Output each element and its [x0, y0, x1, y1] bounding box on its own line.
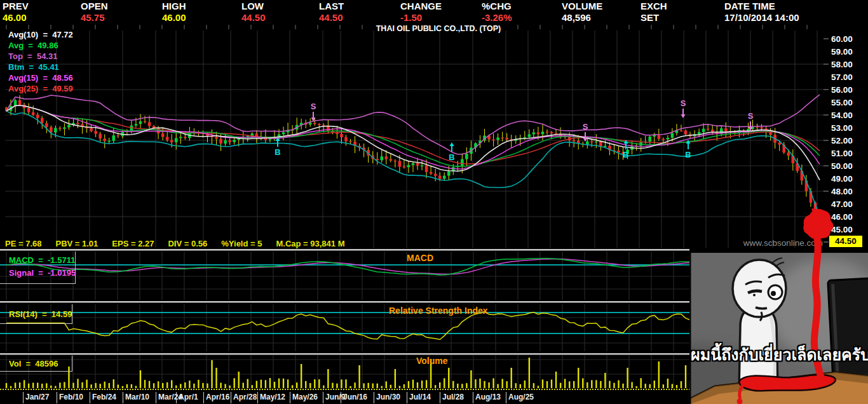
stat-pbv: PBV = 1.01 — [55, 239, 98, 248]
date-tick — [257, 392, 258, 403]
svg-text:50.00: 50.00 — [831, 161, 853, 171]
quote-header: PREV 46.00 OPEN 45.75 HIGH 46.00 LOW 44.… — [0, 0, 868, 25]
stat-pe: PE = 7.68 — [5, 239, 41, 248]
date-label: Feb/10 — [59, 393, 83, 401]
quote-value-datetime: 17/10/2014 14:00 — [724, 12, 799, 24]
legend-avg15: Avg(15) = 48.56 — [8, 72, 73, 83]
date-tick — [57, 392, 57, 403]
rsi-legend-box: RSI(14) = 14.59 — [0, 304, 72, 324]
svg-text:60.00: 60.00 — [831, 34, 853, 44]
chart-title: THAI OIL PUBLIC CO.,LTD. (TOP) — [280, 24, 597, 33]
date-tick — [440, 392, 440, 403]
date-tick — [231, 392, 231, 403]
date-tick — [156, 392, 156, 403]
meme-overlay-image — [689, 249, 868, 404]
date-label: May/26 — [292, 393, 318, 401]
quote-value-volume: 48,596 — [562, 12, 602, 24]
svg-text:58.00: 58.00 — [831, 60, 853, 69]
quote-col-exchange: EXCH SET — [641, 0, 667, 24]
svg-text:S: S — [311, 102, 316, 111]
date-tick — [374, 392, 374, 403]
ma-lines — [6, 95, 820, 217]
date-label: Jun/9 — [325, 393, 345, 401]
quote-col-high: HIGH 46.00 — [162, 0, 186, 24]
signal-value: Signal = -1.0195 — [9, 268, 76, 278]
date-label: May/12 — [260, 393, 285, 401]
quote-value-change: -1.50 — [400, 12, 442, 24]
quote-col-last: LAST 44.50 — [319, 0, 344, 24]
svg-text:B: B — [685, 150, 691, 159]
macd-legend-box: MACD = -1.5711 Signal = -1.0195 — [0, 252, 76, 284]
stat-mcap: M.Cap = 93,841 M — [276, 239, 344, 248]
volume-panel-title: Volume — [416, 356, 448, 366]
volume-value: Vol = 48596 — [9, 359, 58, 368]
watermark-url: www.scbsonline.com — [693, 238, 823, 248]
quote-col-open: OPEN 45.75 — [81, 0, 108, 24]
svg-text:B: B — [623, 150, 628, 159]
date-tick — [176, 392, 177, 403]
quote-col-datetime: DATE TIME 17/10/2014 14:00 — [724, 0, 799, 24]
date-tick — [203, 392, 204, 403]
quote-label-datetime: DATE TIME — [724, 0, 799, 12]
indicator-legend: Avg(10) = 47.72 Avg = 49.86 Top = 54.31 … — [8, 29, 73, 94]
quote-col-pctchg: %CHG -3.26% — [482, 0, 512, 24]
quote-label-change: CHANGE — [400, 0, 442, 12]
stat-yield: %Yield = 5 — [221, 239, 262, 248]
quote-value-last: 44.50 — [319, 12, 344, 24]
quote-label-open: OPEN — [81, 0, 108, 12]
quote-label-exchange: EXCH — [641, 0, 667, 12]
quote-value-pctchg: -3.26% — [482, 12, 512, 24]
y-axis-labels: 60.0059.0058.0057.0056.0055.0054.0053.00… — [831, 34, 853, 247]
macd-value: MACD = -1.5711 — [9, 255, 75, 265]
quote-value-high: 46.00 — [162, 12, 186, 24]
svg-text:51.00: 51.00 — [831, 149, 853, 158]
date-tick — [407, 392, 407, 403]
date-label: Jan/27 — [25, 393, 49, 401]
quote-label-volume: VOLUME — [562, 0, 602, 12]
svg-text:53.00: 53.00 — [831, 123, 853, 133]
quote-label-low: LOW — [241, 0, 266, 12]
date-label: Jul/14 — [409, 393, 431, 401]
fundamental-stats: PE = 7.68PBV = 1.01EPS = 2.27DIV = 0.56%… — [5, 238, 358, 249]
quote-col-volume: VOLUME 48,596 — [562, 0, 602, 24]
quote-col-prev: PREV 46.00 — [3, 0, 29, 24]
rsi-panel-title: Relative Strength Index — [389, 306, 488, 316]
date-tick — [123, 392, 123, 403]
svg-text:54.00: 54.00 — [831, 111, 853, 120]
svg-text:S: S — [748, 111, 754, 121]
date-tick — [341, 392, 341, 403]
quote-value-exchange: SET — [641, 12, 667, 24]
date-label: Apr/28 — [233, 393, 257, 401]
rsi-value: RSI(14) = 14.59 — [9, 309, 72, 319]
date-label: Jun/16 — [343, 393, 367, 401]
legend-avg: Avg = 49.86 — [8, 40, 73, 51]
quote-col-change: CHANGE -1.50 — [400, 0, 442, 24]
svg-text:59.00: 59.00 — [831, 47, 853, 57]
date-label: Mar/10 — [125, 393, 149, 401]
legend-avg10: Avg(10) = 47.72 — [8, 29, 73, 40]
date-label: Jul/28 — [442, 393, 464, 401]
stat-div: DIV = 0.56 — [168, 239, 207, 248]
volume-legend-box: Vol = 48596 — [0, 356, 72, 372]
last-price-badge: 44.50 — [829, 236, 862, 247]
svg-text:45.00: 45.00 — [831, 225, 853, 234]
quote-label-last: LAST — [319, 0, 344, 12]
date-label: Feb/24 — [92, 393, 116, 401]
svg-text:B: B — [449, 152, 454, 162]
svg-text:B: B — [275, 147, 280, 157]
quote-label-high: HIGH — [162, 0, 186, 12]
date-tick — [23, 392, 24, 403]
quote-value-open: 45.75 — [81, 12, 108, 24]
svg-text:56.00: 56.00 — [831, 85, 853, 95]
date-label: Aug/25 — [508, 393, 534, 401]
quote-value-prev: 46.00 — [3, 12, 29, 24]
svg-text:49.00: 49.00 — [831, 174, 853, 184]
legend-top: Top = 54.31 — [8, 51, 73, 62]
macd-panel-title: MACD — [407, 253, 433, 263]
date-tick — [90, 392, 90, 403]
svg-text:52.00: 52.00 — [831, 136, 853, 145]
meme-caption-thai: ผมนี้ถึงกับเยี่ยวเล็ดเลยครับ — [691, 342, 866, 367]
svg-text:S: S — [681, 98, 686, 108]
date-tick — [506, 392, 506, 403]
trading-app-screen: BSBSBSBS60.0059.0058.0057.0056.0055.0054… — [0, 0, 868, 404]
